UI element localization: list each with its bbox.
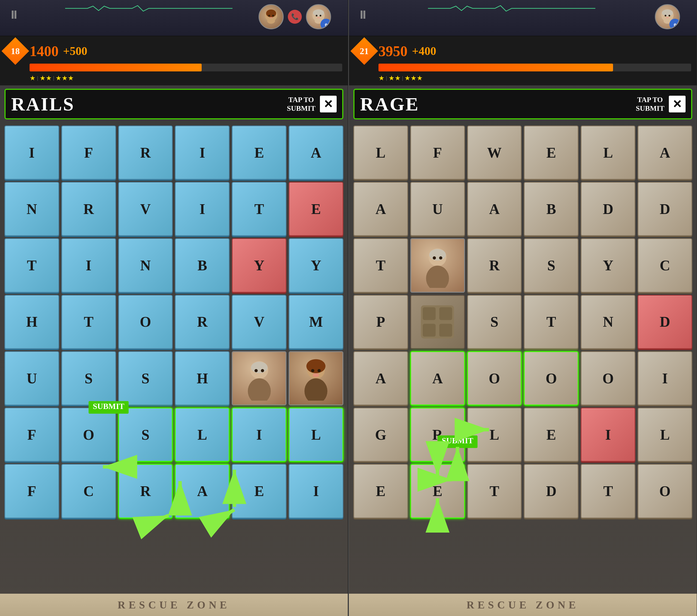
- rtile-1-0[interactable]: A: [353, 182, 408, 236]
- tile-5-3-l[interactable]: L: [175, 408, 229, 462]
- rtile-6-5[interactable]: O: [638, 464, 692, 518]
- rtile-3-3[interactable]: T: [524, 295, 578, 349]
- rtile-4-3-o[interactable]: O: [524, 351, 578, 405]
- tile-6-5[interactable]: I: [289, 464, 343, 518]
- tile-2-4[interactable]: Y: [232, 238, 286, 292]
- rtile-5-3[interactable]: E: [524, 408, 578, 462]
- tile-3-4[interactable]: V: [232, 295, 286, 349]
- tile-6-0[interactable]: F: [4, 464, 59, 518]
- rtile-4-0[interactable]: A: [353, 351, 408, 405]
- tile-1-4[interactable]: T: [232, 182, 286, 236]
- right-close-button[interactable]: ✕: [669, 96, 685, 113]
- tile-3-3[interactable]: R: [175, 295, 229, 349]
- tile-3-0[interactable]: H: [4, 295, 59, 349]
- rtile-3-0[interactable]: P: [353, 295, 408, 349]
- tile-5-4-i[interactable]: I: [232, 408, 286, 462]
- rtile-6-0[interactable]: E: [353, 464, 408, 518]
- rtile-0-0[interactable]: L: [353, 126, 408, 180]
- rtile-3-4[interactable]: N: [581, 295, 635, 349]
- rtile-1-2[interactable]: A: [467, 182, 522, 236]
- right-level-diamond: 21: [351, 38, 378, 65]
- svg-point-8: [316, 15, 317, 16]
- svg-point-1: [266, 10, 276, 17]
- tile-2-1[interactable]: I: [61, 238, 116, 292]
- tile-3-1[interactable]: T: [61, 295, 116, 349]
- rtile-2-0[interactable]: T: [353, 238, 408, 292]
- rtile-4-2-o[interactable]: O: [467, 351, 522, 405]
- rtile-1-1[interactable]: U: [410, 182, 465, 236]
- tile-2-3[interactable]: B: [175, 238, 229, 292]
- rtile-4-4[interactable]: O: [581, 351, 635, 405]
- tile-4-3[interactable]: H: [175, 351, 229, 405]
- tile-0-5[interactable]: A: [289, 126, 343, 180]
- rtile-0-4[interactable]: L: [581, 126, 635, 180]
- tile-1-3[interactable]: I: [175, 182, 229, 236]
- tile-5-5-l2[interactable]: L: [289, 408, 343, 462]
- tile-4-0[interactable]: U: [4, 351, 59, 405]
- tile-4-5-char-female: [289, 351, 343, 405]
- right-word-display[interactable]: RAGE TAP TOSUBMIT ✕: [353, 89, 692, 119]
- tile-6-4[interactable]: E: [232, 464, 286, 518]
- tile-1-5[interactable]: E: [289, 182, 343, 236]
- rtile-1-4[interactable]: D: [581, 182, 635, 236]
- tile-6-1[interactable]: C: [61, 464, 116, 518]
- rtile-6-2[interactable]: T: [467, 464, 522, 518]
- right-tap-submit[interactable]: TAP TOSUBMIT: [636, 96, 664, 113]
- rtile-0-5[interactable]: A: [638, 126, 692, 180]
- rtile-2-4[interactable]: Y: [581, 238, 635, 292]
- tile-2-0[interactable]: T: [4, 238, 59, 292]
- rtile-3-2[interactable]: S: [467, 295, 522, 349]
- left-word-display[interactable]: RAILS TAP TOSUBMIT ✕: [4, 89, 343, 119]
- rtile-6-4[interactable]: T: [581, 464, 635, 518]
- rtile-0-2[interactable]: W: [467, 126, 522, 180]
- left-pause-button[interactable]: ⏸: [9, 9, 21, 21]
- tile-3-2[interactable]: O: [118, 295, 173, 349]
- svg-point-15: [261, 369, 264, 372]
- rtile-0-1[interactable]: F: [410, 126, 465, 180]
- right-pause-button[interactable]: ⏸: [357, 9, 370, 21]
- rtile-5-2[interactable]: L: [467, 408, 522, 462]
- rtile-2-2[interactable]: R: [467, 238, 522, 292]
- tile-0-1[interactable]: F: [61, 126, 116, 180]
- tile-2-2[interactable]: N: [118, 238, 173, 292]
- tile-6-3-a[interactable]: A: [175, 464, 229, 518]
- rtile-2-5[interactable]: C: [638, 238, 692, 292]
- left-word: RAILS: [11, 93, 287, 115]
- left-tap-submit[interactable]: TAP TOSUBMIT: [287, 96, 315, 113]
- rtile-5-4[interactable]: I: [581, 408, 635, 462]
- rtile-3-5[interactable]: D: [638, 295, 692, 349]
- tile-5-2-s[interactable]: S: [118, 408, 173, 462]
- rtile-6-1-e[interactable]: E: [410, 464, 465, 518]
- right-e-badge: e: [669, 19, 680, 29]
- tile-2-5[interactable]: Y: [289, 238, 343, 292]
- left-close-button[interactable]: ✕: [320, 96, 337, 113]
- tile-4-2[interactable]: S: [118, 351, 173, 405]
- rtile-0-3[interactable]: E: [524, 126, 578, 180]
- left-avatar-female: [258, 4, 284, 29]
- rtile-5-1-r[interactable]: R: [410, 408, 465, 462]
- call-icon[interactable]: 📞: [288, 10, 302, 24]
- rtile-6-3[interactable]: D: [524, 464, 578, 518]
- rtile-2-3[interactable]: S: [524, 238, 578, 292]
- tile-1-0[interactable]: N: [4, 182, 59, 236]
- rtile-1-5[interactable]: D: [638, 182, 692, 236]
- rtile-1-3[interactable]: B: [524, 182, 578, 236]
- tile-5-0[interactable]: F: [4, 408, 59, 462]
- tile-3-5[interactable]: M: [289, 295, 343, 349]
- tile-5-1[interactable]: O: [61, 408, 116, 462]
- tile-4-1[interactable]: S: [61, 351, 116, 405]
- svg-rect-44: [439, 307, 452, 320]
- svg-rect-43: [423, 307, 436, 320]
- tile-0-3[interactable]: I: [175, 126, 229, 180]
- rtile-4-5[interactable]: I: [638, 351, 692, 405]
- tile-0-0[interactable]: I: [4, 126, 59, 180]
- tile-1-1[interactable]: R: [61, 182, 116, 236]
- tile-6-2-r[interactable]: R: [118, 464, 173, 518]
- tile-0-2[interactable]: R: [118, 126, 173, 180]
- tile-1-2[interactable]: V: [118, 182, 173, 236]
- rtile-5-5[interactable]: L: [638, 408, 692, 462]
- tile-0-4[interactable]: E: [232, 126, 286, 180]
- svg-point-40: [439, 256, 442, 259]
- rtile-4-1-a[interactable]: A: [410, 351, 465, 405]
- rtile-5-0[interactable]: G: [353, 408, 408, 462]
